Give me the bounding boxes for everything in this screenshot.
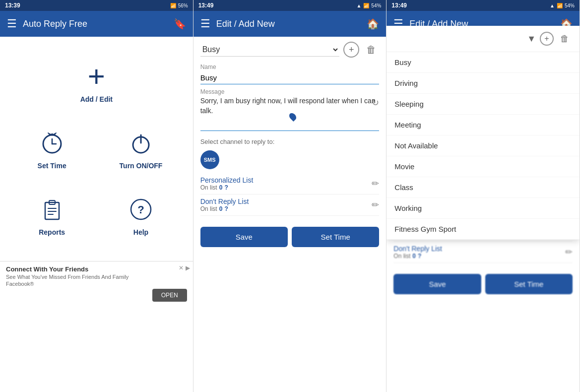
hamburger-menu-1[interactable]: ☰ <box>7 17 17 30</box>
status-bar-3: 13:49 ▲ 📶 54% <box>387 0 580 11</box>
save-button-2[interactable]: Save <box>200 227 288 247</box>
dont-reply-edit-3[interactable]: ✏ <box>565 247 573 258</box>
question-icon: ? <box>128 196 154 222</box>
turn-onoff-label: Turn ON/OFF <box>120 162 163 170</box>
set-time-button-3[interactable]: Set Time <box>485 274 573 294</box>
edit-content-2: BusyDrivingSleepingMeetingNot AvailableM… <box>193 37 387 392</box>
dont-reply-list-row-2: Don't Reply List On list 0 ? ✏ <box>200 195 380 216</box>
svg-line-6 <box>48 133 50 134</box>
personalized-list-title-2[interactable]: Personalized List <box>200 176 254 184</box>
menu-add-edit[interactable]: + Add / Edit <box>75 52 118 113</box>
chevron-down-icon: ▼ <box>527 34 536 44</box>
personalized-list-left-2: Personalized List On list 0 ? <box>200 176 254 191</box>
app-title-2: Edit / Add New <box>216 19 361 29</box>
dropdown-item[interactable]: Not Available <box>387 135 580 156</box>
name-label-2: Name <box>200 64 380 70</box>
status-icons-2: ▲ 📶 54% <box>356 3 381 8</box>
dropdown-item[interactable]: Busy <box>387 52 580 73</box>
menu-help[interactable]: ? Help <box>99 185 183 246</box>
home-icon-2[interactable]: 🏠 <box>367 18 379 30</box>
svg-text:?: ? <box>137 203 144 216</box>
delete-profile-btn-3[interactable]: 🗑 <box>557 31 573 47</box>
help-label: Help <box>133 228 148 236</box>
dont-reply-list-title-3[interactable]: Don't Reply List <box>393 245 442 253</box>
status-time-2: 13:49 <box>198 2 214 9</box>
battery-icon-3: 54% <box>565 3 575 8</box>
svg-point-5 <box>51 133 53 135</box>
dropdown-item[interactable]: Fitness Gym Sport <box>387 219 580 240</box>
add-profile-btn-2[interactable]: + <box>343 42 359 58</box>
app-bar-1: ☰ Auto Reply Free 🔖 <box>0 11 193 37</box>
menu-reports[interactable]: Reports <box>10 185 94 246</box>
save-button-3[interactable]: Save <box>393 274 481 294</box>
profile-dropdown-menu: ▼ + 🗑 BusyDrivingSleepingMeetingNot Avai… <box>387 26 580 240</box>
dont-reply-help-3[interactable]: ? <box>418 253 421 260</box>
dont-reply-list-title-2[interactable]: Don't Reply List <box>200 197 249 205</box>
status-bar-2: 13:49 ▲ 📶 54% <box>193 0 387 11</box>
dropdown-item[interactable]: Sleeping <box>387 94 580 115</box>
name-input-2[interactable] <box>200 71 380 84</box>
help-icon-container: ? <box>126 195 156 224</box>
ad-subtitle: See What You've Missed From Friends And … <box>6 274 187 280</box>
main-menu: + Add / Edit <box>0 37 193 261</box>
app-title-1: Auto Reply Free <box>23 19 168 29</box>
dropdown-item[interactable]: Meeting <box>387 115 580 135</box>
set-time-label: Set Time <box>38 162 66 170</box>
set-time-button-2[interactable]: Set Time <box>292 227 379 247</box>
profile-dropdown-2[interactable]: BusyDrivingSleepingMeetingNot AvailableM… <box>200 43 340 57</box>
phone-2: 13:49 ▲ 📶 54% ☰ Edit / Add New 🏠 BusyDri… <box>193 0 387 392</box>
upload-icon-2: ▲ <box>356 3 361 8</box>
clock-icon <box>39 130 65 156</box>
bottom-buttons-3: Save Set Time <box>387 268 580 300</box>
sim-icon: 📶 <box>170 3 176 8</box>
ad-banner: ✕ ▶ Connect With Your Friends See What Y… <box>0 261 193 306</box>
power-icon <box>128 130 154 156</box>
battery-icon-1: 56% <box>178 3 188 8</box>
ad-title: Connect With Your Friends <box>6 265 187 273</box>
ad-logo: Facebook® <box>6 281 187 287</box>
status-icons-3: ▲ 📶 54% <box>550 3 575 8</box>
dropdown-header: ▼ + 🗑 <box>387 26 580 52</box>
dont-reply-list-sub-2: On list 0 ? <box>200 205 249 212</box>
bookmark-icon[interactable]: 🔖 <box>174 18 186 30</box>
message-text-2[interactable]: Sorry, I am busy right now, I will respo… <box>200 96 380 131</box>
add-edit-icon: + <box>81 62 111 91</box>
dropdown-item[interactable]: Working <box>387 198 580 219</box>
ad-close-icon[interactable]: ✕ ▶ <box>179 264 190 271</box>
dropdown-item[interactable]: Movie <box>387 156 580 177</box>
dont-reply-edit-2[interactable]: ✏ <box>372 199 379 210</box>
ad-open-button[interactable]: OPEN <box>152 289 187 302</box>
set-time-icon-container <box>37 128 67 158</box>
add-edit-label: Add / Edit <box>80 95 113 103</box>
signal-icon-2: 📶 <box>363 3 369 8</box>
upload-icon-3: ▲ <box>550 3 555 8</box>
add-profile-btn-3[interactable]: + <box>540 32 554 46</box>
signal-icon-3: 📶 <box>557 3 563 8</box>
reports-icon-container <box>37 195 67 224</box>
personalized-list-row-2: Personalized List On list 0 ? ✏ <box>200 173 380 195</box>
plus-icon: + <box>88 62 105 91</box>
text-cursor-2 <box>288 112 298 122</box>
main-content-1: + Add / Edit <box>0 37 193 392</box>
dont-reply-help-2[interactable]: ? <box>224 205 228 212</box>
dropdown-item[interactable]: Class <box>387 177 580 198</box>
dropdown-item[interactable]: Driving <box>387 73 580 94</box>
channel-title-2: Select channel to reply to: <box>200 138 380 145</box>
menu-turn-onoff[interactable]: Turn ON/OFF <box>99 118 183 180</box>
phone-3: 13:49 ▲ 📶 54% ☰ Edit / Add New 🏠 ▼ + 🗑 B… <box>387 0 580 392</box>
dont-reply-count-2: 0 <box>219 205 223 212</box>
menu-set-time[interactable]: Set Time <box>10 118 94 180</box>
personalized-edit-2[interactable]: ✏ <box>372 178 379 189</box>
clipboard-icon <box>39 196 65 222</box>
dropdown-items-list: BusyDrivingSleepingMeetingNot AvailableM… <box>387 52 580 240</box>
reports-label: Reports <box>39 228 65 236</box>
personalized-help-2[interactable]: ? <box>224 184 228 191</box>
app-bar-2: ☰ Edit / Add New 🏠 <box>193 11 387 37</box>
message-area-2: Message ↻ Sorry, I am busy right now, I … <box>200 88 380 131</box>
message-label-2: Message <box>200 88 380 95</box>
channel-section-2: Select channel to reply to: SMS Personal… <box>200 138 380 216</box>
dont-reply-list-row-3: Don't Reply List On list 0 ? ✏ <box>393 242 573 263</box>
delete-profile-btn-2[interactable]: 🗑 <box>363 42 379 58</box>
sms-icon-2[interactable]: SMS <box>200 150 219 169</box>
hamburger-menu-2[interactable]: ☰ <box>200 17 210 30</box>
